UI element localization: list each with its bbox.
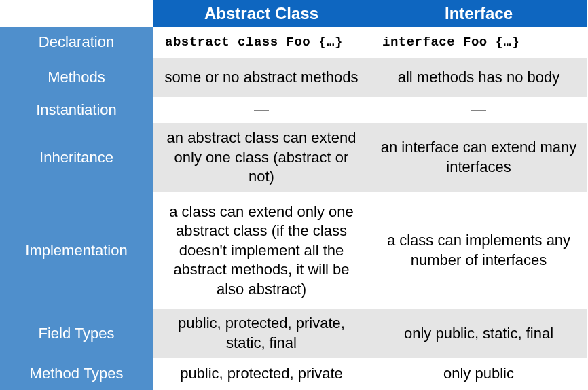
row-label-methodtypes: Method Types — [0, 358, 153, 390]
cell-fieldtypes-interface: only public, static, final — [370, 309, 587, 358]
cell-declaration-abstract: abstract class Foo {…} — [153, 27, 370, 58]
cell-methods-interface: all methods has no body — [370, 58, 587, 97]
cell-fieldtypes-abstract: public, protected, private, static, fina… — [153, 309, 370, 358]
cell-inheritance-interface: an interface can extend many interfaces — [370, 123, 587, 192]
row-label-methods: Methods — [0, 58, 153, 97]
table-corner — [0, 0, 153, 27]
cell-methodtypes-interface: only public — [370, 358, 587, 390]
row-label-fieldtypes: Field Types — [0, 309, 153, 358]
row-label-inheritance: Inheritance — [0, 123, 153, 192]
cell-methodtypes-abstract: public, protected, private — [153, 358, 370, 390]
comparison-table: Abstract Class Interface Declaration abs… — [0, 0, 587, 390]
cell-instantiation-abstract: — — [153, 97, 370, 123]
row-label-implementation: Implementation — [0, 192, 153, 309]
col-header-interface: Interface — [370, 0, 587, 27]
cell-declaration-interface: interface Foo {…} — [370, 27, 587, 58]
row-label-instantiation: Instantiation — [0, 97, 153, 123]
row-label-declaration: Declaration — [0, 27, 153, 58]
cell-inheritance-abstract: an abstract class can extend only one cl… — [153, 123, 370, 192]
cell-implementation-interface: a class can implements any number of int… — [370, 192, 587, 309]
cell-implementation-abstract: a class can extend only one abstract cla… — [153, 192, 370, 309]
col-header-abstract: Abstract Class — [153, 0, 370, 27]
cell-methods-abstract: some or no abstract methods — [153, 58, 370, 97]
cell-instantiation-interface: — — [370, 97, 587, 123]
